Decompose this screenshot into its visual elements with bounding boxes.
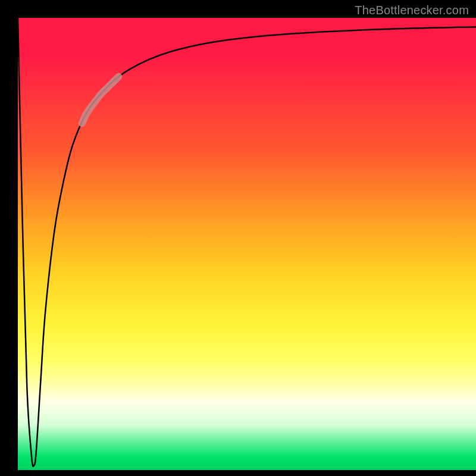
bottleneck-curve [18,18,476,466]
attribution-label: TheBottlenecker.com [355,4,469,17]
chart-frame: TheBottlenecker.com [0,0,476,476]
curve-highlight [82,77,119,124]
curve-svg [18,18,476,470]
plot-area [18,18,476,470]
